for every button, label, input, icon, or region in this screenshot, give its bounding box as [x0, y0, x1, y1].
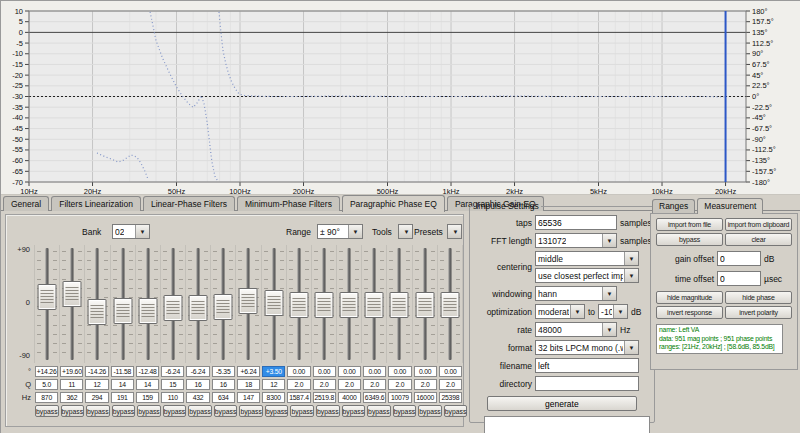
band-q-value[interactable]: 2.0 — [287, 379, 310, 390]
invert-polarity-button[interactable]: invert polarity — [725, 306, 792, 319]
bypass-button[interactable]: bypass — [265, 405, 289, 417]
slider-thumb[interactable] — [214, 294, 233, 320]
band-hz-value[interactable]: 634 — [212, 392, 235, 403]
bypass-button[interactable]: bypass — [188, 405, 212, 417]
import-from-file-button[interactable]: import from file — [656, 218, 723, 231]
phase-eq-slider[interactable] — [362, 245, 387, 363]
bypass-button[interactable]: bypass — [290, 405, 314, 417]
phase-eq-slider[interactable] — [186, 245, 211, 363]
band-hz-value[interactable]: 25398 — [439, 392, 462, 403]
hide-phase-button[interactable]: hide phase — [725, 291, 792, 304]
tab-linear-phase-filters[interactable]: Linear-Phase Filters — [143, 196, 235, 211]
bypass-button[interactable]: bypass — [444, 405, 468, 417]
band-gain-value[interactable]: -6.24 — [186, 366, 209, 377]
slider-thumb[interactable] — [289, 292, 308, 318]
bypass-button[interactable]: bypass — [35, 405, 59, 417]
band-gain-value[interactable]: 0.00 — [363, 366, 386, 377]
slider-thumb[interactable] — [440, 292, 459, 318]
bypass-button[interactable]: bypass — [163, 405, 187, 417]
phase-eq-slider[interactable] — [60, 245, 85, 363]
bypass-button[interactable]: bypass — [239, 405, 263, 417]
tab-minimum-phase-filters[interactable]: Minimum-Phase Filters — [237, 196, 340, 211]
band-gain-value[interactable]: 0.00 — [287, 366, 310, 377]
phase-eq-slider[interactable] — [337, 245, 362, 363]
import-from-clipboard-button[interactable]: import from clipboard — [725, 218, 792, 231]
fft-length-select[interactable]: 131072▼ — [535, 233, 617, 248]
band-gain-value[interactable]: -14.26 — [85, 366, 108, 377]
tab-paragraphic-phase-eq[interactable]: Paragraphic Phase EQ — [342, 195, 445, 212]
band-gain-value[interactable]: +3.50 — [262, 366, 285, 377]
band-hz-value[interactable]: 6349.6 — [363, 392, 386, 403]
band-q-value[interactable]: 16 — [186, 379, 209, 390]
band-hz-value[interactable]: 159 — [136, 392, 159, 403]
band-q-value[interactable]: 2.0 — [363, 379, 386, 390]
bypass-button[interactable]: bypass — [61, 405, 85, 417]
band-q-value[interactable]: 18 — [237, 379, 260, 390]
clear-button[interactable]: clear — [725, 233, 792, 246]
band-q-value[interactable]: 2.0 — [338, 379, 361, 390]
band-gain-value[interactable]: +19.60 — [60, 366, 83, 377]
band-gain-value[interactable]: -6.24 — [161, 366, 184, 377]
slider-thumb[interactable] — [340, 292, 359, 318]
slider-thumb[interactable] — [390, 292, 409, 318]
phase-eq-slider[interactable] — [136, 245, 161, 363]
slider-thumb[interactable] — [314, 292, 333, 318]
slider-thumb[interactable] — [38, 284, 57, 310]
band-gain-value[interactable]: +14.26 — [35, 366, 58, 377]
phase-eq-slider[interactable] — [287, 245, 312, 363]
phase-eq-slider[interactable] — [312, 245, 337, 363]
bank-select[interactable]: 02▼ — [112, 224, 150, 239]
band-hz-value[interactable]: 147 — [237, 392, 260, 403]
band-hz-value[interactable]: 362 — [60, 392, 83, 403]
band-hz-value[interactable]: 191 — [111, 392, 134, 403]
band-hz-value[interactable]: 16000 — [414, 392, 437, 403]
band-hz-value[interactable]: 432 — [186, 392, 209, 403]
rate-select[interactable]: 48000▼ — [535, 322, 617, 337]
bypass-button[interactable]: bypass — [214, 405, 238, 417]
band-q-value[interactable]: 2.0 — [388, 379, 411, 390]
tab-ranges[interactable]: Ranges — [652, 199, 695, 213]
slider-thumb[interactable] — [88, 299, 107, 325]
band-gain-value[interactable]: 0.00 — [388, 366, 411, 377]
range-select[interactable]: ± 90°▼ — [317, 224, 363, 239]
slider-thumb[interactable] — [415, 292, 434, 318]
bypass-button[interactable]: bypass — [393, 405, 417, 417]
band-gain-value[interactable]: +6.24 — [237, 366, 260, 377]
band-gain-value[interactable]: -12.48 — [136, 366, 159, 377]
band-q-value[interactable]: 11 — [60, 379, 83, 390]
format-select[interactable]: 32 bits LPCM mono (.wav)▼ — [535, 340, 639, 355]
gain-offset-input[interactable] — [717, 251, 761, 266]
band-gain-value[interactable]: -11.58 — [111, 366, 134, 377]
tools-select[interactable]: ▼ — [398, 224, 413, 239]
phase-eq-slider[interactable] — [236, 245, 261, 363]
band-gain-value[interactable]: 0.00 — [338, 366, 361, 377]
band-q-value[interactable]: 2.0 — [439, 379, 462, 390]
band-gain-value[interactable]: -5.35 — [212, 366, 235, 377]
slider-thumb[interactable] — [163, 295, 182, 321]
directory-input[interactable] — [535, 376, 639, 391]
tab-filters-linearization[interactable]: Filters Linearization — [51, 196, 141, 211]
slider-thumb[interactable] — [365, 292, 384, 318]
slider-thumb[interactable] — [189, 295, 208, 321]
phase-eq-slider[interactable] — [34, 245, 60, 363]
bypass-button[interactable]: bypass — [656, 233, 723, 246]
band-hz-value[interactable]: 2519.8 — [313, 392, 336, 403]
phase-eq-slider[interactable] — [387, 245, 412, 363]
band-q-value[interactable]: 16 — [212, 379, 235, 390]
centering-select[interactable]: middle▼ — [535, 251, 639, 266]
band-q-value[interactable]: 2.0 — [313, 379, 336, 390]
bypass-button[interactable]: bypass — [418, 405, 442, 417]
phase-eq-slider[interactable] — [161, 245, 186, 363]
bypass-button[interactable]: bypass — [316, 405, 340, 417]
bypass-button[interactable]: bypass — [137, 405, 161, 417]
band-hz-value[interactable]: 870 — [35, 392, 58, 403]
bypass-button[interactable]: bypass — [342, 405, 366, 417]
slider-thumb[interactable] — [264, 290, 283, 316]
band-q-value[interactable]: 15 — [161, 379, 184, 390]
band-q-value[interactable]: 12 — [85, 379, 108, 390]
slider-thumb[interactable] — [63, 281, 82, 307]
bypass-button[interactable]: bypass — [367, 405, 391, 417]
band-q-value[interactable]: 14 — [136, 379, 159, 390]
band-hz-value[interactable]: 110 — [161, 392, 184, 403]
phase-eq-slider[interactable] — [438, 245, 463, 363]
